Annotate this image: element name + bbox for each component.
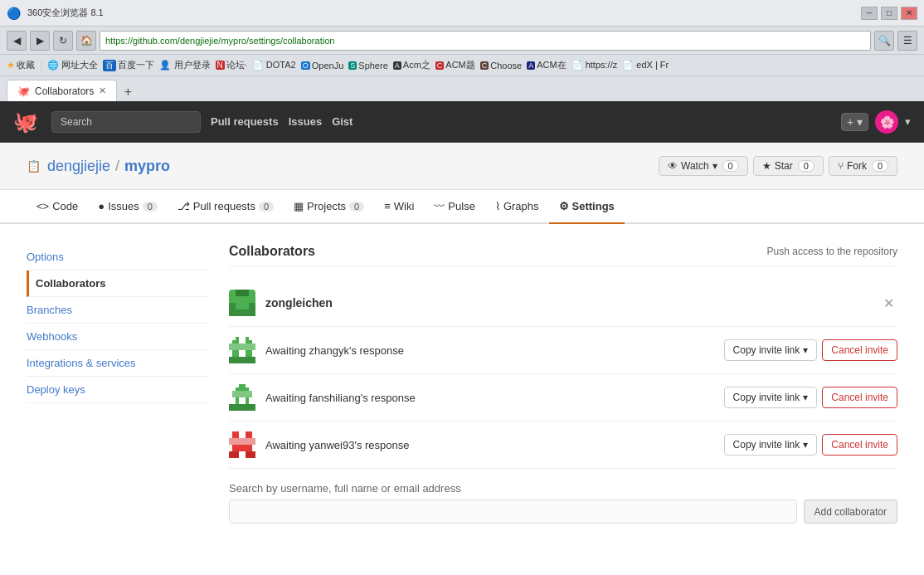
bookmark-acmon[interactable]: A ACM在	[527, 59, 566, 71]
collab-name-zongleichen: zongleichen	[265, 296, 870, 309]
watch-button[interactable]: 👁 Watch ▾ 0	[659, 156, 748, 176]
copy-invite-zhangyk-button[interactable]: Copy invite link ▾	[724, 339, 818, 361]
bookmarks-bar: ★ 收藏 | 🌐 网址大全 百 百度一下 👤 用户登录 N 论坛· 📄 DOTA…	[0, 55, 924, 76]
repo-title: 📋 dengjiejie / mypro	[27, 158, 170, 175]
sidebar: Options Collaborators Branches Webhooks …	[27, 244, 209, 524]
tab-projects[interactable]: ▦ Projects 0	[284, 190, 374, 224]
watch-chevron: ▾	[712, 160, 717, 172]
sidebar-item-integrations[interactable]: Integrations & services	[27, 350, 209, 377]
svg-rect-15	[236, 397, 239, 404]
tab-pullrequests[interactable]: ⎇ Pull requests 0	[168, 190, 284, 224]
repo-name-link[interactable]: mypro	[124, 158, 170, 175]
svg-rect-17	[229, 404, 255, 411]
tab-close-button[interactable]: ✕	[99, 85, 106, 96]
maximize-button[interactable]: □	[881, 7, 897, 20]
star-icon: ★	[762, 160, 771, 172]
fork-label: Fork	[847, 160, 867, 172]
pending-yanwei93: Awaiting yanwei93's response Copy invite…	[229, 422, 897, 469]
svg-rect-1	[232, 296, 252, 303]
svg-rect-6	[232, 340, 239, 344]
repo-owner-link[interactable]: dengjiejie	[47, 158, 110, 175]
copy-invite-yanwei93-button[interactable]: Copy invite link ▾	[724, 434, 818, 456]
tab-settings[interactable]: ⚙ Settings	[549, 190, 625, 224]
svg-rect-4	[236, 337, 239, 340]
back-button[interactable]: ◀	[7, 31, 27, 51]
bookmark-choose[interactable]: C Choose	[480, 61, 522, 71]
sidebar-item-collaborators[interactable]: Collaborators	[27, 270, 209, 297]
forward-button[interactable]: ▶	[30, 31, 50, 51]
tab-graphs[interactable]: ⌇ Graphs	[485, 190, 549, 224]
remove-zongleichen-button[interactable]: ✕	[880, 292, 897, 314]
address-text: https://github.com/dengjiejie/mypro/sett…	[105, 36, 334, 46]
gh-nav-gist[interactable]: Gist	[332, 115, 353, 128]
pending-zhangyk: Awaiting zhangyk's response Copy invite …	[229, 327, 897, 374]
menu-button[interactable]: ☰	[897, 31, 917, 51]
svg-rect-3	[236, 303, 249, 309]
gh-nav-issues[interactable]: Issues	[289, 115, 322, 128]
pr-icon: ⎇	[178, 200, 190, 212]
minimize-button[interactable]: ─	[861, 7, 878, 20]
new-tab-button[interactable]: +	[119, 83, 137, 101]
bookmark-openju[interactable]: O OpenJu	[301, 61, 344, 71]
tab-label: Collaborators	[35, 85, 94, 97]
pending-avatar-fanshiliang	[229, 384, 255, 411]
tab-issues[interactable]: ● Issues 0	[88, 190, 168, 224]
fork-button[interactable]: ⑂ Fork 0	[829, 156, 897, 176]
address-bar[interactable]: https://github.com/dengjiejie/mypro/sett…	[100, 31, 871, 51]
add-collaborator-button[interactable]: Add collaborator	[804, 499, 897, 524]
gh-user-avatar[interactable]: 🌸	[875, 110, 898, 134]
copy-chevron-yanwei93: ▾	[803, 439, 808, 451]
search-section: Search by username, full name or email a…	[229, 482, 897, 524]
pending-text-zhangyk: Awaiting zhangyk's response	[265, 344, 714, 357]
gh-plus-button[interactable]: + ▾	[841, 113, 868, 131]
gh-nav-pullrequests[interactable]: Pull requests	[211, 115, 279, 128]
sidebar-item-branches[interactable]: Branches	[27, 297, 209, 324]
repo-separator: /	[115, 158, 119, 175]
cancel-invite-fanshiliang-button[interactable]: Cancel invite	[822, 387, 897, 408]
svg-rect-21	[232, 445, 252, 451]
bookmark-dota2[interactable]: 📄 DOTA2	[252, 60, 296, 71]
eye-icon: 👁	[668, 160, 678, 172]
collaborator-search-input[interactable]	[229, 499, 797, 524]
bookmark-login[interactable]: 👤 用户登录	[159, 59, 210, 71]
svg-rect-18	[232, 431, 239, 438]
copy-invite-fanshiliang-button[interactable]: Copy invite link ▾	[724, 387, 818, 408]
cancel-invite-yanwei93-button[interactable]: Cancel invite	[822, 434, 897, 456]
browser-title: 360安全浏览器 8.1	[27, 7, 104, 19]
watch-label: Watch	[681, 160, 709, 172]
bookmark-favorites[interactable]: ★ 收藏	[7, 59, 35, 71]
issues-icon: ●	[98, 200, 105, 212]
svg-rect-5	[246, 337, 249, 340]
svg-rect-11	[229, 357, 255, 363]
github-header: 🐙 Pull requests Issues Gist + ▾ 🌸 ▾	[0, 101, 924, 143]
sidebar-item-webhooks[interactable]: Webhooks	[27, 324, 209, 350]
sidebar-item-options[interactable]: Options	[27, 244, 209, 270]
search-button[interactable]: 🔍	[874, 31, 894, 51]
tab-collaborators[interactable]: 🐙 Collaborators ✕	[7, 80, 117, 101]
gh-avatar-chevron[interactable]: ▾	[905, 115, 911, 128]
projects-icon: ▦	[294, 200, 304, 212]
cancel-invite-zhangyk-button[interactable]: Cancel invite	[822, 339, 897, 361]
star-button[interactable]: ★ Star 0	[753, 156, 824, 176]
tab-wiki[interactable]: ≡ Wiki	[374, 190, 424, 224]
sidebar-item-deploykeys[interactable]: Deploy keys	[27, 377, 209, 403]
bookmark-sphere[interactable]: S Sphere	[348, 61, 388, 71]
watch-count: 0	[722, 160, 739, 172]
bookmark-acmz[interactable]: A Acm之	[393, 59, 430, 71]
bookmark-httpsz[interactable]: 📄 https://z	[571, 60, 618, 71]
bookmark-baidu[interactable]: 百 百度一下	[103, 59, 154, 71]
bookmark-forum[interactable]: N 论坛·	[216, 59, 247, 71]
home-button[interactable]: 🏠	[76, 31, 96, 51]
tab-code[interactable]: <> Code	[27, 190, 88, 224]
bookmark-wangzhi[interactable]: 🌐 网址大全	[47, 59, 98, 71]
refresh-button[interactable]: ↻	[53, 31, 73, 51]
bookmark-edx[interactable]: 📄 edX | Fr	[622, 60, 669, 71]
svg-rect-7	[246, 340, 252, 344]
pending-fanshiliang: Awaiting fanshiliang's response Copy inv…	[229, 374, 897, 422]
close-button[interactable]: ✕	[901, 7, 917, 20]
collaborator-zongleichen: zongleichen ✕	[229, 280, 897, 327]
tab-pulse[interactable]: 〰 Pulse	[424, 190, 485, 224]
github-search-input[interactable]	[51, 111, 201, 133]
svg-rect-20	[229, 438, 255, 445]
bookmark-acmtitle[interactable]: C ACM题	[435, 59, 475, 71]
